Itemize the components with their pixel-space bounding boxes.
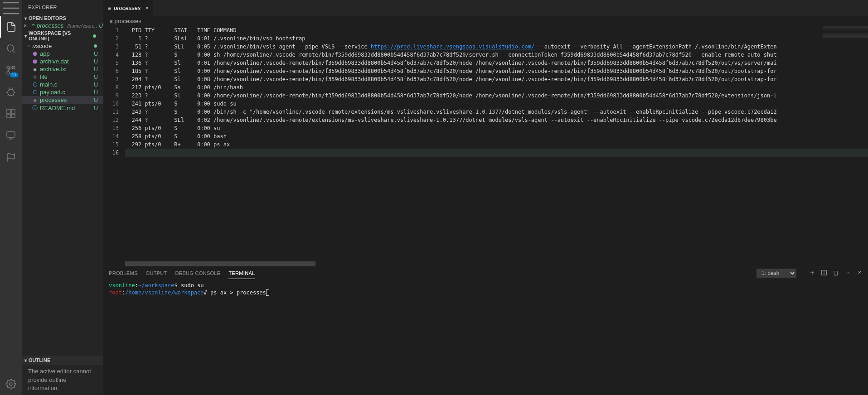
kill-terminal-icon[interactable] — [833, 270, 839, 277]
close-icon[interactable]: × — [145, 5, 149, 11]
liveshare-view-icon[interactable] — [0, 146, 22, 168]
debug-view-icon[interactable] — [0, 81, 22, 103]
horizontal-scrollbar[interactable] — [103, 261, 868, 266]
svg-point-8 — [8, 89, 14, 96]
panel-tabs: PROBLEMSOUTPUTDEBUG CONSOLETERMINAL 1: b… — [103, 266, 868, 280]
file-entry[interactable]: ≡archive.txtU — [22, 65, 103, 73]
remote-view-icon[interactable] — [0, 125, 22, 146]
svg-rect-12 — [11, 114, 15, 118]
open-editor-entry[interactable]: × ≡ processes /home/vson... U — [22, 22, 103, 29]
minimap[interactable] — [823, 26, 868, 38]
file-icon: ≡ — [32, 74, 38, 80]
file-entry[interactable]: ≡processesU — [22, 96, 103, 104]
outline-header[interactable]: ▾OUTLINE — [22, 356, 103, 365]
split-terminal-icon[interactable] — [821, 270, 827, 277]
link[interactable]: https://prod.liveshare.vsengsaas.visuals… — [371, 43, 534, 50]
file-entry[interactable]: ⬢appU — [22, 50, 103, 58]
svg-rect-10 — [11, 110, 15, 113]
file-icon: C — [32, 89, 38, 96]
file-entry[interactable]: ›.vscode — [22, 42, 103, 50]
svg-point-5 — [12, 66, 15, 69]
settings-gear-icon[interactable] — [0, 373, 22, 395]
file-icon: ≡ — [32, 23, 35, 29]
breadcrumb[interactable]: ≡ processes — [103, 16, 868, 26]
terminal-selector[interactable]: 1: bash — [756, 269, 796, 278]
svg-rect-9 — [7, 110, 10, 113]
new-terminal-icon[interactable] — [809, 270, 815, 277]
search-view-icon[interactable] — [0, 38, 22, 59]
code-content[interactable]: PID TTY STAT TIME COMMAND 1 ? SLsl 0:01 … — [125, 26, 868, 261]
outline-body: The active editor cannot provide outline… — [22, 365, 103, 395]
workspace-header[interactable]: ▾WORKSPACE [VS ONLINE] — [22, 29, 103, 42]
svg-point-6 — [7, 72, 10, 74]
svg-point-7 — [7, 66, 10, 69]
sidebar-title: EXPLORER — [22, 0, 103, 14]
editor-tabs: ≡ processes × — [103, 0, 868, 16]
scrollbar-thumb[interactable] — [125, 261, 315, 266]
file-icon: ⬢ — [32, 51, 38, 57]
close-icon[interactable]: × — [24, 23, 27, 29]
open-editors-header[interactable]: ▾OPEN EDITORS — [22, 14, 103, 22]
panel-tab-output[interactable]: OUTPUT — [146, 268, 167, 279]
file-icon: C — [32, 82, 38, 88]
file-icon: ≡ — [32, 66, 38, 72]
file-entry[interactable]: ⓘREADME.mdU — [22, 104, 103, 112]
svg-rect-11 — [7, 114, 10, 118]
svg-point-3 — [7, 45, 14, 51]
svg-line-4 — [13, 51, 15, 53]
scm-badge: 11 — [10, 72, 18, 77]
explorer-view-icon[interactable] — [0, 16, 22, 38]
file-entry[interactable]: ≡fileU — [22, 73, 103, 81]
file-entry[interactable]: Cmain.cU — [22, 81, 103, 88]
svg-rect-13 — [7, 132, 15, 137]
terminal-body[interactable]: vsonline:~/workspace$ sudo suroot:/home/… — [103, 280, 868, 395]
file-entry[interactable]: Cpayload.cU — [22, 88, 103, 96]
line-numbers: 12345678910111213141516 — [103, 26, 125, 261]
panel-tab-debug-console[interactable]: DEBUG CONSOLE — [175, 268, 221, 279]
file-icon: ≡ — [32, 97, 38, 103]
menu-button[interactable] — [0, 0, 22, 16]
extensions-view-icon[interactable] — [0, 103, 22, 125]
activity-bar: 11 — [0, 0, 22, 395]
file-icon: ⬢ — [32, 58, 38, 65]
scm-view-icon[interactable]: 11 — [0, 59, 22, 81]
workspace-status-dot — [93, 34, 96, 38]
panel: PROBLEMSOUTPUTDEBUG CONSOLETERMINAL 1: b… — [103, 266, 868, 395]
tab-processes[interactable]: ≡ processes × — [103, 0, 154, 16]
svg-point-17 — [10, 383, 12, 385]
panel-tab-problems[interactable]: PROBLEMS — [109, 268, 138, 279]
file-icon: ≡ — [108, 5, 111, 11]
file-icon: ⓘ — [32, 104, 38, 112]
sidebar: EXPLORER ▾OPEN EDITORS × ≡ processes /ho… — [22, 0, 103, 395]
editor[interactable]: 12345678910111213141516 PID TTY STAT TIM… — [103, 26, 868, 261]
close-panel-icon[interactable] — [856, 270, 863, 277]
panel-tab-terminal[interactable]: TERMINAL — [228, 268, 255, 279]
maximize-panel-icon[interactable] — [844, 270, 851, 277]
file-entry[interactable]: ⬢archive.datU — [22, 58, 103, 65]
